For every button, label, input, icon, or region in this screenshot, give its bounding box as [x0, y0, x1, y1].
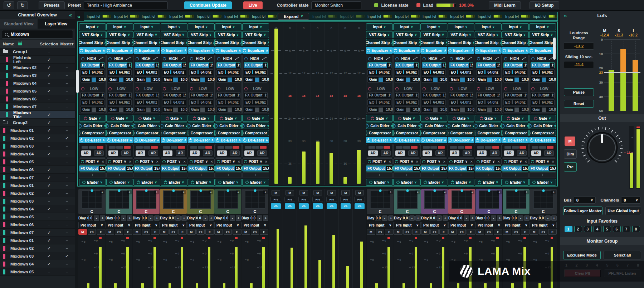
input-dropdown[interactable]: Input∨	[448, 23, 474, 30]
master-toggle[interactable]: –	[59, 65, 75, 70]
low-eq[interactable]: EQ64.0hz	[244, 99, 268, 105]
high-eq[interactable]: EQ64.0hz	[244, 69, 268, 75]
channel-list-row[interactable]: Group2✓–	[0, 119, 75, 126]
low-fx-output[interactable]: FX Output15.6	[395, 92, 419, 98]
delay-plus-button[interactable]: +	[497, 215, 502, 221]
pre-input-dropdown[interactable]: Pre Input∨	[367, 222, 394, 228]
chevron-up-icon[interactable]: ∧	[100, 190, 104, 194]
add-insert-button[interactable]: +	[133, 172, 160, 178]
mute-button[interactable]: M	[503, 229, 511, 235]
equalizer-dropdown[interactable]: Equalizer∧	[475, 47, 502, 54]
collapse-sidebar-icon[interactable]: «	[69, 12, 72, 18]
low-eq[interactable]: EQ64.0hz	[367, 99, 391, 105]
post-selector[interactable]: POST∨×	[242, 158, 269, 165]
pan-position-dot[interactable]	[145, 189, 147, 192]
compressor-dropdown[interactable]: Compressor∨	[188, 130, 215, 136]
de-esser-dropdown[interactable]: De-Esser∧	[366, 137, 393, 143]
channel-list-row[interactable]: Mixdown 01✓–	[0, 182, 75, 189]
gate-dropdown[interactable]: Gate∨	[420, 115, 447, 122]
edit-button[interactable]: E	[124, 229, 132, 235]
low-gain[interactable]: Gain-10.0	[189, 106, 213, 113]
post-selector[interactable]: POST∨×	[448, 158, 474, 165]
input-favorite-button[interactable]: 3	[584, 226, 592, 232]
monitor-mute-button[interactable]: M	[565, 136, 575, 146]
channel-strip-dropdown[interactable]: Channel Strip∧	[79, 39, 106, 46]
low-eq[interactable]: EQ64.0hz	[189, 99, 213, 105]
low-fx-output[interactable]: FX Output15.6	[80, 92, 104, 98]
high-eq[interactable]: EQ64.0hz	[395, 69, 419, 75]
master-toggle[interactable]: –	[59, 113, 75, 117]
mute-button[interactable]: M	[133, 229, 141, 235]
post-selector[interactable]: POST∨×	[215, 158, 242, 165]
eq-freq-slider[interactable]	[197, 70, 199, 74]
pre-input-dropdown[interactable]: Pre Input∨	[530, 222, 557, 228]
chevron-up-icon[interactable]: ∧	[388, 190, 393, 194]
gain-slider[interactable]	[228, 108, 232, 112]
power-icon[interactable]	[135, 160, 138, 163]
delay-minus-button[interactable]: -	[230, 215, 235, 221]
power-icon[interactable]	[217, 57, 220, 60]
gain-slider[interactable]	[433, 78, 438, 82]
power-icon[interactable]	[502, 124, 505, 128]
edit-button[interactable]: E	[521, 229, 530, 235]
delay-value[interactable]: 0.0	[168, 215, 175, 221]
post-selector[interactable]: POST∨×	[188, 158, 215, 165]
power-icon[interactable]	[244, 160, 247, 163]
high-eq[interactable]: EQ64.0hz	[162, 69, 186, 75]
gate-dropdown[interactable]: Gate∨	[133, 115, 160, 122]
power-icon[interactable]	[504, 160, 507, 163]
mute-button[interactable]: M	[327, 190, 336, 195]
edit-button[interactable]: E	[467, 229, 475, 235]
low-eq[interactable]: EQ64.0hz	[135, 99, 159, 105]
power-icon[interactable]	[480, 117, 483, 120]
master-toggle[interactable]: –	[59, 97, 75, 101]
edit-button[interactable]: E	[548, 229, 557, 235]
low-gain[interactable]: Gain-10.0	[503, 106, 527, 113]
channel-strip-dropdown[interactable]: Channel Strip∧	[161, 39, 187, 46]
delay-minus-button[interactable]: -	[409, 215, 415, 221]
input-favorite-button[interactable]: 7	[623, 226, 630, 232]
vst-strip-dropdown[interactable]: VST Strip∨	[106, 31, 133, 38]
post-fx-output[interactable]: FX Output15.6	[188, 165, 215, 172]
pan-position-dot[interactable]	[542, 189, 545, 192]
edit-button[interactable]: E	[439, 229, 448, 235]
selection-toggle[interactable]: ✓	[39, 152, 59, 157]
pan-position-dot[interactable]	[488, 189, 490, 192]
power-icon[interactable]	[421, 49, 424, 52]
eq-freq-slider[interactable]	[170, 70, 171, 74]
power-icon[interactable]	[394, 139, 397, 142]
gain-slider[interactable]	[514, 78, 519, 82]
gain-rider-dropdown[interactable]: Gain Rider∨	[215, 123, 242, 129]
midi-learn-button[interactable]: Midi Learn	[489, 1, 521, 9]
ar-button[interactable]: AR	[244, 150, 254, 156]
add-insert-button[interactable]: +	[79, 172, 106, 178]
delay-plus-button[interactable]: +	[100, 215, 105, 221]
power-icon[interactable]	[220, 117, 223, 120]
selection-toggle[interactable]: ✓	[39, 191, 59, 196]
gate-dropdown[interactable]: Gate∨	[529, 115, 556, 122]
compressor-dropdown[interactable]: Compressor∨	[475, 130, 502, 136]
selection-toggle[interactable]: –	[39, 215, 59, 219]
power-icon[interactable]	[476, 139, 479, 142]
delay-minus-button[interactable]: -	[121, 215, 126, 221]
power-icon[interactable]	[216, 49, 219, 52]
efader-dropdown[interactable]: Efader∨	[502, 179, 529, 186]
high-gain[interactable]: Gain-10.0	[189, 76, 213, 83]
mute-button[interactable]: M	[187, 229, 196, 235]
power-icon[interactable]	[395, 160, 398, 163]
use-global-input-button[interactable]: Use Global Input	[605, 207, 641, 215]
chevron-up-icon[interactable]: ∧	[415, 190, 420, 194]
master-toggle[interactable]: –	[59, 89, 75, 93]
master-toggle[interactable]: –	[59, 144, 75, 148]
high-gain[interactable]: Gain-10.0	[395, 76, 419, 83]
gain-slider[interactable]	[228, 78, 232, 82]
high-fx-output[interactable]: FX Output15.6	[108, 62, 132, 68]
pre-input-dropdown[interactable]: Pre Input∨	[448, 222, 475, 228]
add-insert-button[interactable]: +	[393, 172, 420, 178]
link-button[interactable]: <>	[327, 203, 337, 209]
master-toggle[interactable]: –	[59, 81, 75, 85]
gain-rider-dropdown[interactable]: Gain Rider∨	[106, 123, 133, 129]
delay-plus-button[interactable]: +	[154, 215, 160, 221]
vst-strip-dropdown[interactable]: VST Strip∨	[529, 31, 556, 38]
link-button[interactable]: <>	[313, 203, 323, 209]
